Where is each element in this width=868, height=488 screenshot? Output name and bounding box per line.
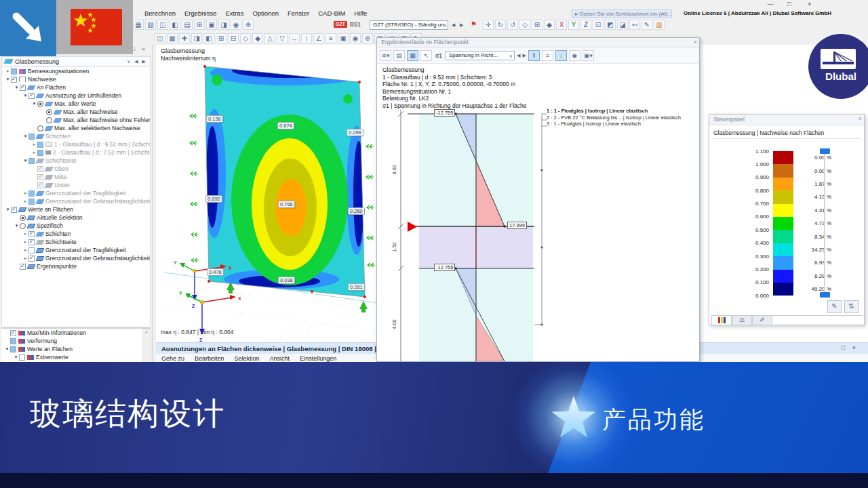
opening-tool-icon[interactable]: ◧ (203, 33, 214, 43)
render-solid-icon[interactable]: ▥ (654, 20, 665, 30)
value-tag[interactable]: 0.092 (205, 195, 222, 203)
expander-icon[interactable] (22, 189, 28, 197)
visibility-icon[interactable]: ◩ (605, 20, 616, 30)
next-loadcase-icon[interactable]: ▶ (460, 22, 463, 28)
panel-toggle-icon[interactable]: ⊞ (194, 20, 205, 30)
menu-item[interactable]: Fenster (288, 9, 309, 18)
tree-item[interactable]: Max/Min-Informationen (1, 329, 144, 337)
expander-icon[interactable] (22, 246, 28, 254)
expander-icon[interactable] (4, 345, 10, 353)
tree-item-control[interactable] (11, 207, 17, 213)
view-z-icon[interactable]: Z (580, 20, 591, 30)
loadcase-flag-icon[interactable]: ⚑ (471, 20, 477, 28)
tree-item-control[interactable] (20, 85, 26, 91)
tree-item[interactable]: Schichtseite (2, 238, 150, 246)
view-3d-icon[interactable]: ◉ (231, 20, 241, 30)
surface-tool-icon[interactable]: ✚ (179, 33, 190, 43)
tables-toggle-icon[interactable]: ▤ (182, 20, 193, 30)
loadcase-combo[interactable]: GZT (STR/GEO) - Ständig un... (370, 20, 448, 30)
close-button[interactable]: × (802, 1, 818, 8)
tree-item[interactable]: Unten (2, 181, 150, 189)
slider-handle-top[interactable] (820, 148, 830, 154)
expander-icon[interactable] (22, 157, 28, 165)
tree-item-control[interactable] (28, 93, 35, 99)
load-tool-icon[interactable]: ◆ (252, 33, 263, 43)
tree-item-control[interactable] (28, 231, 35, 237)
tree-item-control[interactable] (10, 346, 16, 352)
menu-item[interactable]: CAD-BIM (318, 9, 345, 18)
tab-factors[interactable]: ⚖ (732, 316, 752, 325)
tree-item[interactable]: Mitte (2, 173, 150, 181)
value-tag[interactable]: 0.261 (348, 283, 365, 291)
tree-item[interactable]: Nachweise (2, 75, 150, 83)
menu-item[interactable]: Extras (225, 9, 243, 18)
hinge-tool-icon[interactable]: ⊟ (228, 33, 239, 43)
value-tag[interactable]: 0.674 (277, 122, 294, 129)
list-icon[interactable]: ≡ (326, 33, 336, 43)
tree-item[interactable]: Werte an Flächen (2, 205, 150, 214)
move-icon[interactable]: ✛ (483, 20, 494, 30)
tree-item-control[interactable] (11, 68, 17, 75)
expander-icon[interactable] (13, 353, 19, 361)
tree-item-control[interactable] (37, 182, 43, 188)
tree-item[interactable]: 1 - Glasaufbau | d : 9.52 mm | Schichten… (2, 140, 150, 148)
expander-icon[interactable] (5, 205, 11, 214)
tree-item-control[interactable] (37, 125, 43, 131)
tree-item-control[interactable] (28, 247, 35, 253)
scale-range-slider[interactable] (820, 151, 829, 296)
render-mode-icon[interactable]: ◨ (218, 20, 229, 30)
tree-item-control[interactable] (28, 239, 35, 245)
tab-color-scale[interactable] (711, 316, 732, 325)
tree-item[interactable]: Extremwerte (1, 353, 144, 361)
undo-view-icon[interactable]: ↺ (507, 20, 518, 30)
tree-item-control[interactable] (20, 223, 26, 229)
tree-item-control[interactable] (46, 109, 52, 115)
tree-item-control[interactable] (10, 330, 16, 336)
zoom-icon[interactable]: ⊕ (243, 20, 254, 30)
expander-icon[interactable] (31, 148, 37, 157)
imperfection-icon[interactable]: ↕ (301, 33, 312, 43)
menu-item[interactable]: Ergebnisse (184, 9, 217, 18)
grid-icon[interactable]: ⊞ (532, 20, 542, 30)
surface-load-icon[interactable]: ↔ (289, 33, 300, 43)
section-icon[interactable]: ◪ (617, 20, 628, 30)
isometric-view-icon[interactable]: ◇ (519, 20, 530, 30)
slider-handle-bottom[interactable] (820, 292, 830, 298)
expander-icon[interactable] (22, 92, 28, 100)
expander-icon[interactable] (14, 83, 20, 92)
value-tag[interactable]: 0.038 (278, 277, 295, 284)
add-icon[interactable]: ⊕ (362, 33, 373, 43)
value-tag[interactable]: 0.136 (206, 115, 223, 123)
navigator-header[interactable]: Glasbemessung ∨ ◀ ▶ (1, 56, 151, 66)
tree-item-control[interactable] (37, 142, 43, 148)
display-properties-icon[interactable]: ▣ (206, 20, 217, 30)
search-input[interactable]: ▸ Geben Sie ein Schlüsselwort ein (Alt..… (572, 9, 672, 18)
expander-icon[interactable] (31, 140, 37, 148)
save-icon[interactable]: ◫ (157, 20, 168, 30)
view-menu-item[interactable]: Ansicht (270, 355, 290, 362)
angle-tool-icon[interactable]: ∠ (313, 33, 324, 43)
tree-item-control[interactable] (46, 117, 52, 123)
value-tag[interactable]: 0.478 (207, 268, 224, 276)
tree-item[interactable]: Grenzzustand der Gebrauchstauglichkeit (2, 197, 150, 205)
table-icon[interactable]: ▣ (338, 33, 349, 43)
tree-item[interactable]: Ergebnispunkte (2, 262, 150, 270)
tab-filter[interactable]: ✐ (752, 316, 772, 325)
navigator-header-controls[interactable]: ∨ ◀ ▶ (127, 59, 147, 64)
tree-item-control[interactable] (28, 256, 35, 262)
point-icon[interactable]: ◉ (350, 33, 361, 43)
tree-item[interactable]: Schichtseite (2, 157, 150, 165)
view-menu-item[interactable]: Gehe zu (161, 355, 184, 362)
tree-item[interactable]: Grenzzustand der Tragfähigkeit (2, 246, 150, 254)
support-tool-icon[interactable]: ⊞ (216, 33, 226, 43)
tree-item-control[interactable] (28, 199, 35, 205)
tree-item-control[interactable] (37, 166, 43, 172)
line-tool-icon[interactable]: ▦ (167, 33, 178, 43)
panel-edit-icon[interactable]: ✎ (827, 300, 842, 313)
node-tool-icon[interactable]: ◫ (155, 33, 165, 43)
line-load-icon[interactable]: ▽ (277, 33, 288, 43)
tree-item-control[interactable] (28, 134, 35, 140)
expander-icon[interactable] (31, 100, 37, 108)
tree-item[interactable]: 2 - Glasaufbau | d : 7.52 mm | Schichten… (2, 148, 150, 157)
snap-icon[interactable]: ◆ (544, 20, 555, 30)
